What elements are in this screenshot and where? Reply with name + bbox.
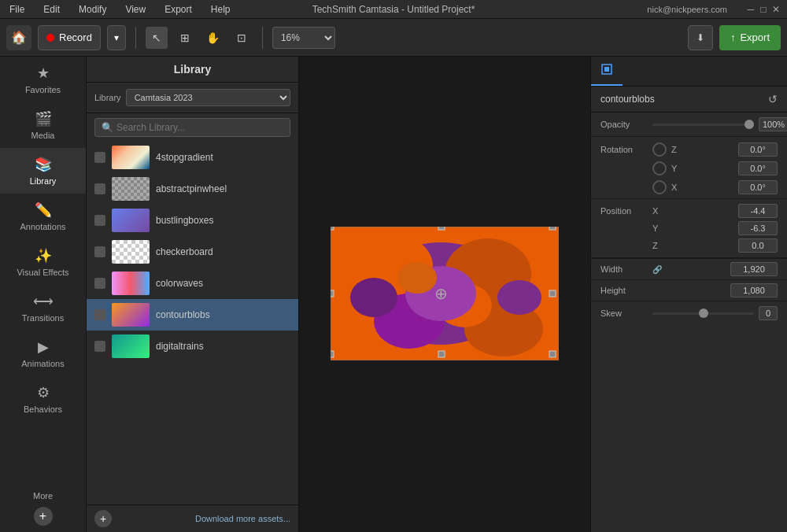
rotation-x-dial[interactable] [652,180,667,194]
library-item-bustlingboxes[interactable]: bustlingboxes [87,205,298,236]
rotation-x-value[interactable]: 0.0° [738,180,778,194]
height-value[interactable]: 1,080 [730,283,778,297]
position-z-value[interactable]: 0.0 [738,238,778,253]
svg-rect-15 [331,290,334,297]
library-item-abstractpinwheel[interactable]: abstractpinwheel [87,173,298,205]
zoom-select[interactable]: 16%25%50%100% [272,27,335,49]
library-item-label: 4stopgradient [156,152,213,163]
search-box: 🔍 [94,118,290,137]
rotation-z-dial[interactable] [652,142,667,157]
position-y-value[interactable]: -6.3 [738,221,778,235]
position-x-row: Position X -4.4 [600,202,778,220]
library-header: Library [87,57,298,83]
opacity-slider[interactable] [652,124,754,126]
add-to-library-button[interactable]: + [94,510,112,527]
rotation-y-dial[interactable] [652,161,667,175]
width-value[interactable]: 1,920 [730,262,778,276]
sidebar-item-media[interactable]: 🎬 Media [0,102,86,148]
svg-rect-12 [331,227,334,230]
rotation-y-value[interactable]: 0.0° [738,161,778,175]
library-item-icon [94,246,105,257]
skew-slider[interactable] [652,312,754,315]
minimize-icon[interactable]: ─ [746,5,756,14]
app-title: TechSmith Camtasia - Untitled Project* [312,4,475,15]
menu-item-help[interactable]: Help [208,2,234,17]
svg-rect-22 [604,67,609,72]
library-item-contourblobs[interactable]: contourblobs [87,299,298,331]
search-input[interactable] [116,122,283,133]
svg-rect-19 [549,351,556,357]
record-button[interactable]: Record [38,25,101,50]
home-button[interactable]: 🏠 [6,25,31,50]
preview-area: ⊕ [299,57,590,532]
library-footer: + Download more assets... [87,504,298,532]
properties-tabs [591,57,787,87]
add-sidebar-item-button[interactable]: + [34,507,53,526]
svg-rect-13 [438,227,445,230]
reset-properties-icon[interactable]: ↺ [768,93,778,105]
library-item-digitaltrains[interactable]: digitaltrains [87,331,298,362]
behaviors-icon: ⚙ [37,384,50,401]
maximize-icon[interactable]: □ [759,5,768,14]
sidebar-label-media: Media [31,131,55,140]
record-dot [46,34,54,42]
export-icon: ↑ [730,31,736,43]
library-selector: Library Camtasia 2023 [87,83,298,113]
width-label: Width [600,264,648,274]
download-assets-link[interactable]: Download more assets... [195,514,290,523]
close-icon[interactable]: ✕ [771,5,781,14]
download-button[interactable]: ⬇ [688,25,713,50]
sidebar-item-annotations[interactable]: ✏️ Annotations [0,194,86,239]
sidebar-label-library: Library [30,176,57,186]
properties-content: Opacity 100% Rotation Z 0.0° Y 0.0° [591,113,787,532]
opacity-value[interactable]: 100% [759,117,787,131]
transform-tool-button[interactable]: ⊞ [174,27,196,49]
favorites-icon: ★ [37,65,50,82]
sidebar-item-library[interactable]: 📚 Library [0,148,86,194]
menu-item-view[interactable]: View [122,2,149,17]
rotation-y-axis: Y [671,164,682,173]
library-item-4stopgradient[interactable]: 4stopgradient [87,142,298,173]
more-button[interactable]: More [0,485,86,507]
sidebar-item-visual-effects[interactable]: ✨ Visual Effects [0,239,86,285]
sidebar-label-visual-effects: Visual Effects [17,268,68,277]
crop-tool-button[interactable]: ⊡ [231,27,253,49]
export-button[interactable]: ↑ Export [719,25,781,50]
position-x-value[interactable]: -4.4 [738,204,778,218]
sidebar-item-animations[interactable]: ▶ Animations [0,331,86,376]
library-item-icon [94,215,105,226]
rotation-z-value[interactable]: 0.0° [738,142,778,157]
toolbar-separator-1 [135,27,136,49]
sidebar-item-transitions[interactable]: ⟷ Transitions [0,285,86,331]
properties-header: contourblobs ↺ [591,87,787,113]
skew-value[interactable]: 0 [759,306,778,320]
menu-item-modify[interactable]: Modify [76,2,109,17]
visual-effects-icon: ✨ [35,247,52,264]
sidebar-item-behaviors[interactable]: ⚙ Behaviors [0,376,86,422]
user-info: nick@nickpeers.com [647,5,727,14]
library-panel: Library Library Camtasia 2023 🔍 4stopgra… [87,57,299,532]
transitions-icon: ⟷ [33,293,54,310]
library-icon: 📚 [35,156,52,173]
position-y-row: Y -6.3 [600,220,778,237]
sidebar-label-favorites: Favorites [25,85,61,94]
sidebar-item-favorites[interactable]: ★ Favorites [0,57,86,102]
props-tab-visual[interactable] [591,57,623,86]
library-item-checkerboard[interactable]: checkerboard [87,236,298,268]
pan-tool-button[interactable]: ✋ [202,27,224,49]
menu-item-file[interactable]: File [6,2,28,17]
library-item-colorwaves[interactable]: colorwaves [87,268,298,299]
record-dropdown-button[interactable]: ▾ [107,25,126,50]
sidebar-label-behaviors: Behaviors [24,405,62,414]
library-list: 4stopgradient abstractpinwheel bustlingb… [87,142,298,504]
rotation-x-axis: X [671,183,682,192]
menu-item-export[interactable]: Export [161,2,195,17]
library-item-icon [94,183,105,194]
library-dropdown[interactable]: Camtasia 2023 [126,89,290,106]
select-tool-button[interactable]: ↖ [146,27,168,49]
left-sidebar: ★ Favorites 🎬 Media 📚 Library ✏️ Annotat… [0,57,87,532]
width-row: Width 🔗 1,920 [591,258,787,279]
svg-rect-14 [549,227,556,230]
link-dimensions-icon[interactable]: 🔗 [652,265,662,274]
menu-item-edit[interactable]: Edit [40,2,63,17]
